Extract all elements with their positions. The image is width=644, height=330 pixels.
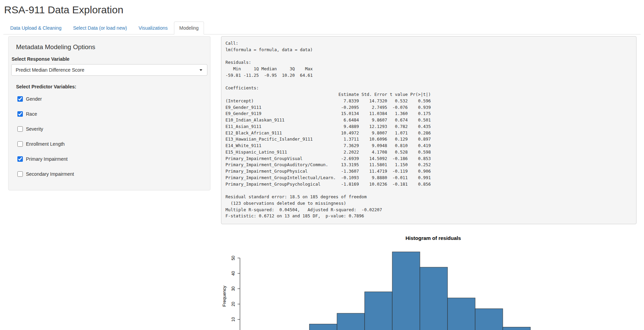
predictor-checkbox-severity[interactable]: Severity bbox=[17, 126, 207, 132]
y-tick-label: 40 bbox=[231, 271, 236, 276]
histogram-bar bbox=[392, 252, 420, 330]
histogram-bar bbox=[365, 292, 392, 330]
predictor-checkbox-secondary-impairment[interactable]: Secondary Impairment bbox=[17, 171, 207, 177]
race-checkbox-label: Race bbox=[26, 111, 37, 117]
y-axis-label: Frequency bbox=[222, 286, 227, 307]
histogram-bar bbox=[475, 309, 503, 330]
page-title: RSA-911 Data Exploration bbox=[4, 4, 641, 15]
primary-impairment-checkbox-input[interactable] bbox=[17, 156, 23, 162]
histogram-bar bbox=[420, 267, 448, 330]
predictor-checkbox-gender[interactable]: Gender bbox=[17, 96, 207, 102]
tab-modeling-link[interactable]: Modeling bbox=[174, 21, 204, 34]
tab-data-upload-cleaning[interactable]: Data Upload & Cleaning bbox=[5, 21, 67, 34]
gender-checkbox-label: Gender bbox=[26, 96, 42, 102]
tab-data-upload-cleaning-link[interactable]: Data Upload & Cleaning bbox=[5, 21, 67, 34]
sidebar-heading: Metadata Modeling Options bbox=[16, 43, 207, 51]
secondary-impairment-checkbox-input[interactable] bbox=[17, 171, 23, 177]
histogram-bar bbox=[503, 327, 530, 330]
race-checkbox-input[interactable] bbox=[17, 111, 23, 117]
tab-select-data-link[interactable]: Select Data (or load new) bbox=[68, 21, 132, 34]
dropdown-caret-icon bbox=[200, 69, 202, 71]
tab-select-data[interactable]: Select Data (or load new) bbox=[68, 21, 132, 34]
tab-bar: Data Upload & Cleaning Select Data (or l… bbox=[3, 21, 641, 34]
tab-visualizations-link[interactable]: Visualizations bbox=[133, 21, 173, 34]
predictor-checkbox-race[interactable]: Race bbox=[17, 111, 207, 117]
severity-checkbox-input[interactable] bbox=[17, 126, 23, 132]
y-tick-label: 50 bbox=[231, 256, 236, 260]
tab-modeling[interactable]: Modeling bbox=[174, 21, 204, 34]
sidebar-panel: Metadata Modeling Options Select Respons… bbox=[8, 36, 210, 190]
secondary-impairment-checkbox-label: Secondary Impairment bbox=[26, 171, 74, 177]
page: RSA-911 Data Exploration Data Upload & C… bbox=[0, 0, 644, 330]
histogram-bar bbox=[309, 324, 337, 330]
residuals-histogram-plot: Histogram of residuals1020304050Frequenc… bbox=[221, 226, 636, 330]
response-variable-select[interactable]: Predict Median Difference Score bbox=[11, 64, 207, 76]
severity-checkbox-label: Severity bbox=[26, 126, 43, 132]
residuals-histogram-svg: Histogram of residuals1020304050Frequenc… bbox=[221, 226, 636, 330]
y-tick-label: 30 bbox=[231, 286, 236, 291]
histogram-title: Histogram of residuals bbox=[406, 235, 461, 241]
y-tick-label: 20 bbox=[231, 302, 236, 306]
histogram-bar bbox=[448, 298, 475, 330]
enrollment-length-checkbox-input[interactable] bbox=[17, 141, 23, 147]
y-tick-label: 10 bbox=[231, 317, 236, 322]
predictor-checkbox-primary-impairment[interactable]: Primary Impairment bbox=[17, 156, 207, 162]
primary-impairment-checkbox-label: Primary Impairment bbox=[26, 156, 68, 162]
tab-visualizations[interactable]: Visualizations bbox=[133, 21, 173, 34]
model-summary-output: Call: lm(formula = formula, data = data)… bbox=[221, 36, 636, 224]
enrollment-length-checkbox-label: Enrollment Length bbox=[26, 141, 65, 147]
predictor-checkbox-enrollment-length[interactable]: Enrollment Length bbox=[17, 141, 207, 147]
response-variable-selected-value: Predict Median Difference Score bbox=[16, 67, 84, 73]
gender-checkbox-input[interactable] bbox=[17, 96, 23, 102]
predictor-section: Select Predictor Variables: Gender Race … bbox=[16, 84, 207, 177]
content-area: Metadata Modeling Options Select Respons… bbox=[3, 36, 641, 330]
main-panel: Call: lm(formula = formula, data = data)… bbox=[221, 36, 636, 330]
histogram-bar bbox=[337, 313, 365, 330]
predictor-variables-label: Select Predictor Variables: bbox=[16, 84, 207, 89]
response-variable-label: Select Response Variable bbox=[12, 56, 207, 62]
